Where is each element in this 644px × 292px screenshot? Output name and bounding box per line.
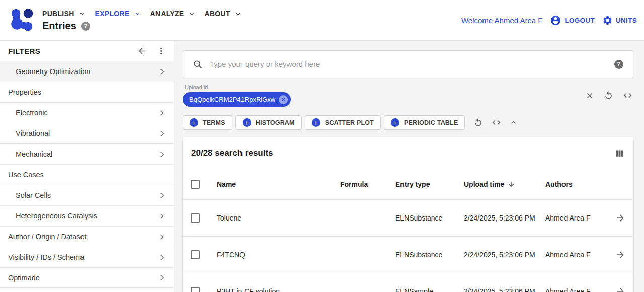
gear-icon: [602, 15, 613, 26]
chevron-down-icon: [79, 11, 86, 17]
page-help-icon[interactable]: ?: [81, 22, 90, 31]
sidebar-item-electronic[interactable]: Electronic: [0, 102, 174, 123]
nomad-logo[interactable]: [8, 7, 35, 34]
nav-analyze[interactable]: ANALYZE: [150, 10, 195, 18]
sidebar-item-vibrational[interactable]: Vibrational: [0, 123, 174, 143]
table-row[interactable]: Toluene ELNSubstance 2/24/2025, 5:23:06 …: [183, 199, 633, 236]
logout-button[interactable]: LOGOUT: [550, 15, 595, 26]
add-circle-icon: +: [391, 118, 399, 127]
code-icon[interactable]: [623, 91, 632, 100]
sidebar-section-properties: Properties: [0, 82, 174, 102]
cell-entry-type: ELNSubstance: [395, 251, 464, 259]
search-icon: [193, 59, 203, 69]
units-button[interactable]: UNITS: [602, 15, 637, 26]
main-content: ? Upload id BqQpelkCRM2P41RpxRlGxw ✕: [174, 41, 644, 292]
chevron-right-icon: [158, 151, 166, 158]
header-right: Welcome Ahmed Area F LOGOUT UNITS: [461, 15, 637, 26]
row-checkbox[interactable]: [191, 287, 200, 292]
cell-upload-time: 2/24/2025, 5:23:06 PM: [464, 286, 539, 292]
column-header-name[interactable]: Name: [217, 180, 340, 188]
add-periodic-table-button[interactable]: + PERIODIC TABLE: [384, 115, 465, 130]
sidebar-item-optimade[interactable]: Optimade: [0, 267, 174, 288]
chevron-right-icon: [158, 68, 166, 76]
sidebar-item-heterogeneous-catalysis[interactable]: Heterogeneous Catalysis: [0, 205, 174, 226]
row-checkbox[interactable]: [191, 213, 200, 223]
cell-name: P3HT in CF solution: [217, 287, 340, 292]
column-header-upload-time[interactable]: Upload time: [464, 180, 545, 188]
filters-title: FILTERS: [8, 47, 40, 55]
cell-upload-time: 2/24/2025, 5:23:06 PM: [464, 213, 539, 223]
add-circle-icon: +: [312, 118, 320, 127]
sidebar-item-author-origin-dataset[interactable]: Author / Origin / Dataset: [0, 226, 174, 247]
add-histogram-button[interactable]: + HISTOGRAM: [235, 115, 302, 130]
app-header: PUBLISH EXPLORE ANALYZE ABOUT Entries ? …: [0, 0, 644, 41]
clear-filters-icon[interactable]: [585, 91, 594, 100]
chevron-right-icon: [158, 192, 166, 199]
refresh-icon[interactable]: [604, 91, 613, 100]
cell-name: F4TCNQ: [217, 251, 340, 259]
open-entry-arrow-icon[interactable]: [615, 250, 625, 260]
sidebar-item-solar-cells[interactable]: Solar Cells: [0, 185, 174, 205]
chevron-down-icon: [235, 11, 242, 17]
welcome-user-link[interactable]: Welcome Ahmed Area F: [461, 16, 542, 25]
sidebar-item-visibility-ids-schema[interactable]: Visibility / IDs / Schema: [0, 247, 174, 267]
open-entry-arrow-icon[interactable]: [615, 213, 625, 223]
column-settings-icon[interactable]: [614, 148, 625, 159]
cell-authors: Ahmed Area F: [545, 286, 592, 292]
add-circle-icon: +: [243, 118, 251, 127]
chevron-right-icon: [158, 233, 166, 241]
upload-id-chip[interactable]: BqQpelkCRM2P41RpxRlGxw ✕: [183, 92, 291, 107]
nav-explore[interactable]: EXPLORE: [95, 10, 141, 18]
collapse-sidebar-arrow-icon[interactable]: [137, 46, 147, 56]
main-nav: PUBLISH EXPLORE ANALYZE ABOUT: [42, 10, 242, 18]
search-help-icon[interactable]: ?: [614, 60, 623, 69]
chevron-down-icon: [189, 11, 195, 17]
table-header-row: Name Formula Entry type Upload time Auth…: [183, 169, 633, 199]
page-title: Entries: [42, 20, 76, 32]
cell-authors: Ahmed Area F: [545, 250, 592, 260]
column-header-authors[interactable]: Authors: [545, 180, 608, 188]
results-summary: 20/28 search results: [191, 148, 273, 158]
table-row[interactable]: F4TCNQ ELNSubstance 2/24/2025, 5:23:06 P…: [183, 236, 633, 273]
sort-desc-arrow-icon: [507, 180, 515, 188]
select-all-checkbox[interactable]: [191, 180, 200, 189]
cell-name: Toluene: [217, 214, 340, 222]
account-icon: [550, 15, 561, 26]
chevron-right-icon: [158, 109, 166, 117]
nav-publish[interactable]: PUBLISH: [42, 10, 86, 18]
sidebar-item-geometry-optimization[interactable]: Geometry Optimization: [0, 61, 174, 82]
filters-sidebar: FILTERS Geometry Optimization Properties…: [0, 41, 174, 292]
applied-filters-row: Upload id BqQpelkCRM2P41RpxRlGxw ✕: [183, 84, 633, 107]
cell-upload-time: 2/24/2025, 5:23:06 PM: [464, 250, 539, 260]
upload-id-label: Upload id: [185, 84, 633, 90]
sidebar-item-mechanical[interactable]: Mechanical: [0, 143, 174, 164]
header-left: PUBLISH EXPLORE ANALYZE ABOUT Entries ?: [42, 9, 242, 32]
user-name-link[interactable]: Ahmed Area F: [495, 16, 543, 25]
row-checkbox[interactable]: [191, 250, 200, 259]
chevron-down-icon: [134, 11, 141, 17]
add-scatter-plot-button[interactable]: + SCATTER PLOT: [305, 115, 381, 130]
widgets-toolbar: + TERMS + HISTOGRAM + SCATTER PLOT + PER…: [183, 115, 633, 130]
more-options-icon[interactable]: [157, 47, 166, 55]
search-input[interactable]: [210, 60, 607, 68]
chevron-up-icon[interactable]: [510, 119, 517, 126]
sidebar-section-use-cases: Use Cases: [0, 164, 174, 185]
column-header-formula[interactable]: Formula: [340, 180, 395, 188]
chevron-right-icon: [158, 212, 166, 220]
add-terms-button[interactable]: + TERMS: [183, 115, 232, 130]
chevron-right-icon: [158, 254, 166, 261]
chip-delete-icon[interactable]: ✕: [279, 95, 288, 104]
search-results-card: 20/28 search results Name Formula Entry …: [183, 137, 633, 292]
cell-entry-type: ELNSample: [395, 287, 464, 292]
code-icon[interactable]: [492, 118, 501, 127]
open-entry-arrow-icon[interactable]: [615, 286, 625, 292]
cell-entry-type: ELNSubstance: [395, 214, 464, 222]
chevron-right-icon: [158, 130, 166, 137]
cell-authors: Ahmed Area F: [545, 213, 592, 223]
search-bar: ?: [183, 50, 633, 78]
column-header-entry-type[interactable]: Entry type: [395, 180, 464, 188]
add-circle-icon: +: [190, 118, 198, 127]
nav-about[interactable]: ABOUT: [205, 10, 242, 18]
reset-widgets-icon[interactable]: [473, 118, 483, 127]
table-row[interactable]: P3HT in CF solution ELNSample 2/24/2025,…: [183, 273, 633, 292]
